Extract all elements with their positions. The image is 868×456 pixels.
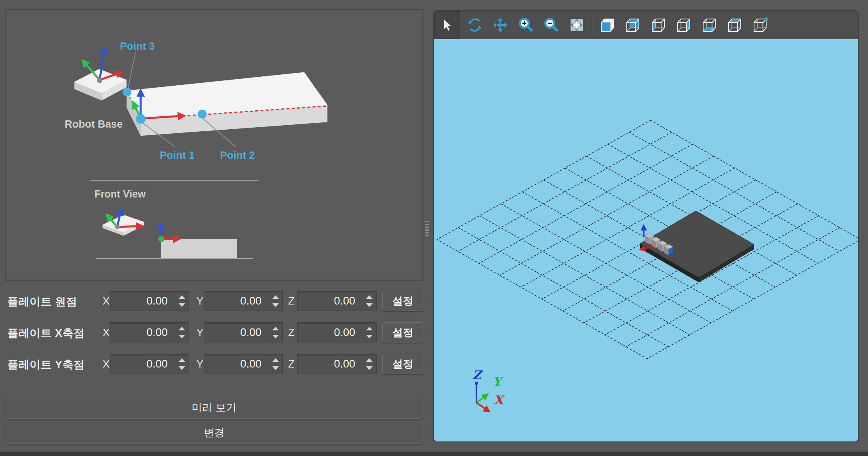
y-field-label: Y <box>196 358 203 370</box>
y-field-label: Y <box>196 295 203 307</box>
spin-down-arrow[interactable] <box>272 303 279 307</box>
spin-up-arrow[interactable] <box>272 358 279 362</box>
view-right-cube-icon <box>675 17 693 33</box>
zoom-fit-icon <box>569 17 585 33</box>
view-back-button[interactable] <box>623 15 643 36</box>
x-field-label: X <box>103 358 110 370</box>
zoom-in-button[interactable] <box>516 15 536 36</box>
spin-up-arrow[interactable] <box>366 358 373 362</box>
spin-down-arrow[interactable] <box>366 366 373 370</box>
y-point-z-input[interactable] <box>298 354 376 374</box>
plate-x-axis-point-row: 플레이트 X축점 X Y Z 설정 <box>5 322 423 343</box>
front-view-robot-base <box>103 209 144 236</box>
view-isometric-button[interactable] <box>750 15 771 36</box>
spin-down-arrow[interactable] <box>179 366 185 370</box>
y-point-x-spinbox[interactable] <box>110 354 189 374</box>
window-bottom-bar <box>0 452 868 456</box>
spin-down-arrow[interactable] <box>272 335 279 338</box>
origin-x-input[interactable] <box>110 291 189 311</box>
x-point-z-spinbox[interactable] <box>297 322 377 343</box>
origin-z-spinbox[interactable] <box>297 291 377 311</box>
x-point-z-input[interactable] <box>298 323 376 342</box>
change-button[interactable]: 변경 <box>5 422 423 444</box>
preview-button[interactable]: 미리 보기 <box>5 397 423 419</box>
view-bottom-cube-icon <box>701 17 718 33</box>
point3-marker <box>122 88 131 97</box>
origin-z-input[interactable] <box>298 291 376 311</box>
origin-y-input[interactable] <box>204 291 282 311</box>
origin-y-spinbox[interactable] <box>204 291 283 311</box>
view-top-cube-icon <box>726 17 744 33</box>
plate-y-axis-point-label: 플레이트 Y축점 <box>7 357 85 372</box>
y-point-z-spinbox[interactable] <box>297 354 377 374</box>
plate-illustration: Point 3 Point 1 Point 2 <box>120 40 327 160</box>
z-field-label: Z <box>288 326 295 339</box>
x-point-x-spinbox[interactable] <box>110 322 189 343</box>
y-point-set-button[interactable]: 설정 <box>382 354 423 374</box>
view-left-cube-icon <box>650 17 668 33</box>
spin-up-arrow[interactable] <box>179 327 185 330</box>
isometric-corner-dot <box>765 17 768 21</box>
spin-down-arrow[interactable] <box>272 366 279 370</box>
point3-label: Point 3 <box>120 40 155 52</box>
y-point-y-spinbox[interactable] <box>204 354 283 374</box>
spin-down-arrow[interactable] <box>366 335 373 338</box>
plate-x-axis-point-label: 플레이트 X축점 <box>7 326 85 340</box>
view-right-button[interactable] <box>674 15 694 36</box>
x-point-set-button[interactable]: 설정 <box>382 322 423 343</box>
spin-up-arrow[interactable] <box>366 295 373 299</box>
view-front-button[interactable] <box>598 15 618 36</box>
spin-up-arrow[interactable] <box>272 295 279 299</box>
view-isometric-cube-icon <box>752 17 769 33</box>
x-point-y-input[interactable] <box>204 323 282 342</box>
point1-marker <box>136 114 145 124</box>
pan-icon <box>492 17 508 33</box>
robot-base-label: Robot Base <box>65 118 123 130</box>
viewport-toolbar <box>434 11 858 39</box>
spin-up-arrow[interactable] <box>179 358 185 362</box>
zoom-fit-button[interactable] <box>567 15 587 36</box>
front-view-label: Front View <box>95 189 146 200</box>
robot-base-illustration: Robot Base <box>65 47 126 130</box>
y-field-label: Y <box>196 326 203 339</box>
spin-down-arrow[interactable] <box>179 335 185 338</box>
calibration-diagram-panel: Robot Base Point 3 Point 1 P <box>5 9 423 281</box>
select-tool-button[interactable] <box>434 11 459 39</box>
origin-x-spinbox[interactable] <box>110 291 189 311</box>
spin-up-arrow[interactable] <box>179 295 185 299</box>
viewport-3d-canvas[interactable]: Z Y X <box>434 39 858 441</box>
view-front-cube-icon <box>599 17 617 33</box>
point1-label: Point 1 <box>160 149 194 161</box>
plate-origin-label: 플레이트 원점 <box>7 294 77 309</box>
point2-label: Point 2 <box>220 149 255 161</box>
pan-view-button[interactable] <box>490 15 510 36</box>
zoom-in-icon <box>518 17 534 33</box>
z-field-label: Z <box>288 358 295 370</box>
spin-down-arrow[interactable] <box>366 303 373 307</box>
toolbar-separator <box>592 14 592 36</box>
calibration-diagram: Robot Base Point 3 Point 1 P <box>6 10 423 280</box>
y-point-y-input[interactable] <box>204 354 282 374</box>
application-window: Robot Base Point 3 Point 1 P <box>0 0 868 456</box>
view-top-button[interactable] <box>725 15 745 36</box>
rotate-view-button[interactable] <box>465 15 485 36</box>
x-point-y-spinbox[interactable] <box>204 322 283 343</box>
view-left-button[interactable] <box>649 15 669 36</box>
spin-up-arrow[interactable] <box>366 327 373 330</box>
plate-y-axis-point-row: 플레이트 Y축점 X Y Z 설정 <box>5 354 423 374</box>
view-bottom-button[interactable] <box>699 15 720 36</box>
panel-splitter-handle[interactable] <box>425 219 430 238</box>
profile-origin-dot <box>158 236 164 242</box>
spin-down-arrow[interactable] <box>179 303 185 307</box>
origin-set-button[interactable]: 설정 <box>382 291 423 311</box>
spin-up-arrow[interactable] <box>272 327 279 330</box>
zoom-out-button[interactable] <box>541 15 561 36</box>
cursor-icon <box>438 17 455 33</box>
x-field-label: X <box>103 295 110 307</box>
x-field-label: X <box>103 326 110 339</box>
z-field-label: Z <box>288 295 295 307</box>
y-point-x-input[interactable] <box>110 354 189 374</box>
x-point-x-input[interactable] <box>110 323 189 342</box>
zoom-out-icon <box>543 17 559 33</box>
viewport-panel: Z Y X <box>433 10 859 442</box>
